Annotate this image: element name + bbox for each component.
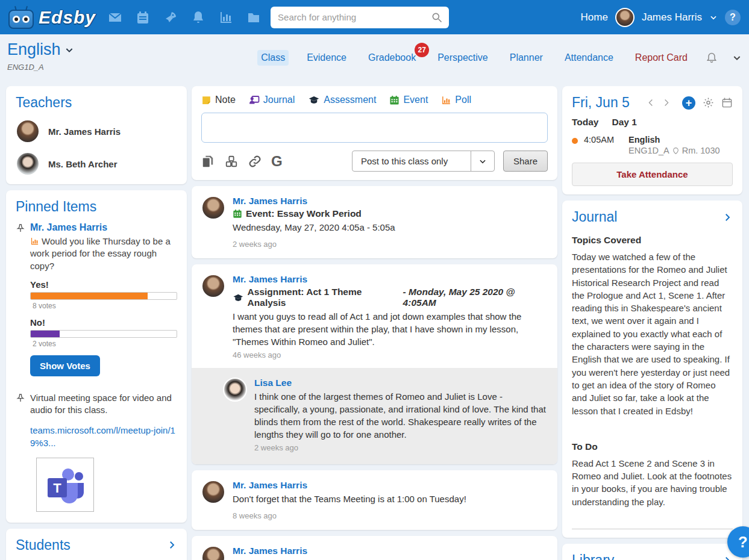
class-status-dot — [572, 138, 578, 144]
teacher-row[interactable]: Ms. Beth Archer — [16, 152, 177, 176]
center-column: Note Journal Assessment Event Poll — [192, 86, 557, 560]
pushpin-icon — [16, 393, 25, 514]
post-author-name[interactable]: Mr. James Harris — [233, 546, 548, 556]
post-author-avatar[interactable] — [201, 196, 225, 220]
edsby-robot-icon — [8, 10, 34, 29]
search-icon[interactable] — [431, 11, 443, 25]
tab-report-card[interactable]: Report Card — [631, 50, 691, 66]
tab-perspective[interactable]: Perspective — [434, 50, 492, 66]
assessment-icon — [233, 293, 244, 303]
meeting-link[interactable]: teams.microsoft.com/l/meetup-join/19%3..… — [30, 425, 177, 449]
composer-tab-assessment[interactable]: Assessment — [308, 95, 376, 105]
settings-gear-icon[interactable] — [703, 97, 714, 108]
teacher-row[interactable]: Mr. James Harris — [16, 119, 177, 143]
feed-post-note: Mr. James Harris Don't forget that the T… — [192, 470, 557, 530]
composer-tab-journal[interactable]: Journal — [249, 95, 295, 105]
feed-post-assignment: Mr. James Harris Assignment: Act 1 Theme… — [192, 264, 557, 464]
students-chevron-right-icon[interactable] — [166, 540, 177, 550]
teams-link-thumbnail[interactable]: T — [36, 458, 94, 512]
tab-class[interactable]: Class — [257, 50, 289, 66]
teachers-card: Teachers Mr. James Harris Ms. Beth Arche… — [6, 86, 187, 184]
meeting-description: Virtual meeting space for video and audi… — [30, 392, 177, 417]
pinned-poll-author[interactable]: Mr. James Harris — [30, 222, 177, 233]
library-chevron-right-icon[interactable] — [722, 555, 733, 560]
notifications-bell-icon[interactable] — [706, 52, 718, 64]
journal-card: Journal Topics Covered Today we watched … — [562, 201, 742, 538]
poll-icon — [441, 95, 451, 105]
post-author-avatar[interactable] — [201, 546, 225, 560]
calendar-view-icon[interactable] — [721, 97, 733, 108]
tab-gradebook[interactable]: Gradebook 27 — [365, 50, 419, 66]
share-button[interactable]: Share — [503, 151, 548, 172]
post-author-name[interactable]: Mr. James Harris — [233, 274, 548, 285]
schedule-card: Fri, Jun 5 + — [562, 86, 742, 194]
topbar-nav — [108, 10, 261, 25]
audience-select[interactable]: Post to this class only — [352, 151, 495, 172]
today-label[interactable]: Today — [572, 117, 599, 128]
resources-cubes-icon[interactable] — [224, 155, 239, 168]
poll-bar-track — [30, 330, 177, 338]
schedule-entry-detail: ENG1D_A Rm. 1030 — [628, 146, 720, 155]
brand-name: Edsby — [39, 7, 96, 28]
pinned-meeting: Virtual meeting space for video and audi… — [16, 392, 177, 514]
user-name[interactable]: James Harris — [642, 11, 702, 23]
topics-covered-heading: Topics Covered — [572, 235, 733, 246]
topics-covered-body: Today we watched a few of the presentati… — [572, 250, 733, 417]
teacher-name: Mr. James Harris — [48, 126, 121, 137]
class-chevron-down-icon — [64, 45, 74, 55]
analytics-icon[interactable] — [219, 10, 233, 25]
home-link[interactable]: Home — [581, 11, 608, 23]
schedule-entry[interactable]: 4:05AM English ENG1D_A Rm. 1030 — [572, 135, 733, 155]
calendar-icon[interactable] — [136, 10, 150, 25]
mail-icon[interactable] — [108, 10, 122, 25]
poll-bar-track — [30, 292, 177, 300]
schedule-date: Fri, Jun 5 — [572, 95, 630, 111]
post-composer: Note Journal Assessment Event Poll — [192, 86, 557, 180]
teachers-title: Teachers — [16, 95, 177, 111]
prev-day-icon[interactable] — [647, 98, 656, 107]
composer-tab-poll[interactable]: Poll — [441, 95, 471, 105]
post-author-avatar[interactable] — [201, 480, 225, 504]
post-author-name[interactable]: Mr. James Harris — [233, 480, 548, 491]
user-avatar[interactable] — [615, 8, 635, 27]
journal-chevron-right-icon[interactable] — [722, 212, 733, 223]
tab-evidence[interactable]: Evidence — [303, 50, 350, 66]
post-title-text: Assignment: Act 1 Theme Analysis — [248, 287, 400, 308]
teacher-name: Ms. Beth Archer — [48, 159, 117, 169]
poll-votes-count: 2 votes — [30, 340, 177, 348]
edsby-logo[interactable]: Edsby — [8, 6, 96, 29]
add-event-icon[interactable]: + — [682, 96, 695, 110]
composer-text-input[interactable] — [201, 113, 548, 143]
post-author-avatar[interactable] — [201, 274, 225, 298]
google-drive-icon[interactable]: G — [271, 154, 283, 169]
teacher-avatar — [16, 119, 40, 143]
attach-file-icon[interactable] — [201, 155, 215, 168]
rocket-icon[interactable] — [163, 10, 178, 25]
search-input[interactable] — [271, 7, 449, 28]
reply-author-name[interactable]: Lisa Lee — [254, 378, 548, 388]
library-title: Library — [572, 552, 614, 560]
link-icon[interactable] — [248, 155, 262, 168]
help-icon[interactable]: ? — [725, 10, 741, 25]
reply-author-avatar[interactable] — [223, 378, 247, 402]
header-chevron-down-icon[interactable] — [732, 53, 742, 63]
class-selector[interactable]: English — [7, 40, 74, 59]
bell-icon[interactable] — [191, 10, 205, 25]
composer-tab-event[interactable]: Event — [389, 95, 428, 105]
user-menu-chevron-icon[interactable] — [709, 13, 718, 22]
gradebook-badge: 27 — [415, 43, 429, 57]
tab-attendance[interactable]: Attendance — [561, 50, 617, 66]
next-day-icon[interactable] — [662, 98, 671, 107]
show-votes-button[interactable]: Show Votes — [30, 355, 100, 376]
poll-bar-fill — [31, 331, 60, 337]
folder-icon[interactable] — [246, 10, 261, 25]
schedule-entry-title: English — [628, 135, 720, 145]
audience-selected-value: Post to this class only — [353, 151, 471, 171]
assessment-icon — [308, 95, 320, 105]
tab-planner[interactable]: Planner — [506, 50, 547, 66]
class-header: English ENG1D_A Class Evidence Gradebook… — [0, 34, 749, 86]
take-attendance-button[interactable]: Take Attendance — [572, 163, 733, 186]
post-author-name[interactable]: Mr. James Harris — [233, 196, 548, 207]
class-title-block: English ENG1D_A — [7, 40, 74, 72]
composer-tab-note[interactable]: Note — [201, 95, 236, 105]
